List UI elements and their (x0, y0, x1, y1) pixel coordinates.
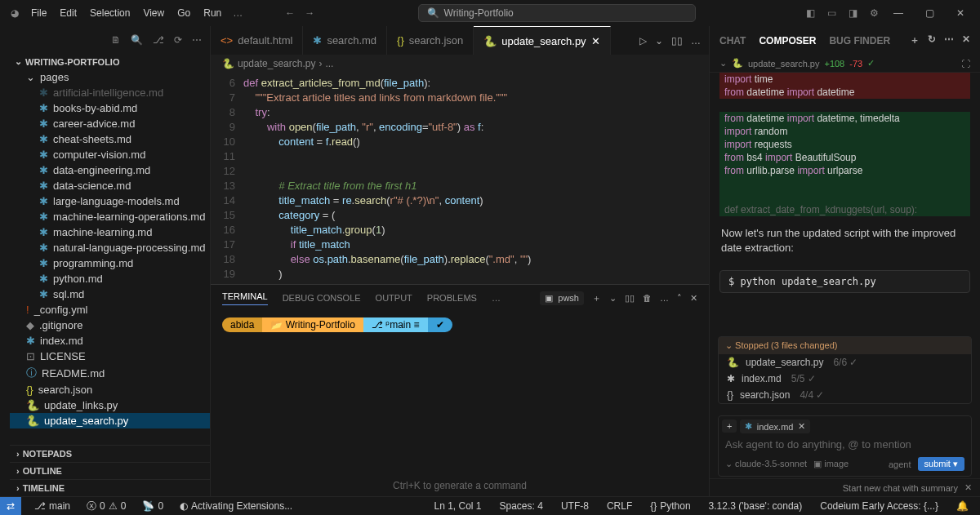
remote-indicator[interactable]: ⇄ (0, 497, 21, 516)
problems-status[interactable]: ⓧ 0 ⚠ 0 (83, 499, 129, 513)
encoding-status[interactable]: UTF-8 (558, 500, 592, 512)
menu-file[interactable]: File (24, 4, 53, 22)
attach-image[interactable]: ▣ image (813, 459, 849, 469)
file-item[interactable]: ✱books-by-abid.md (10, 100, 210, 116)
model-selector[interactable]: ⌄ claude-3.5-sonnet (725, 459, 807, 469)
editor-more-icon[interactable]: … (691, 35, 701, 47)
diff-file-header[interactable]: ⌄ 🐍 update_search.py +108 -73 ✓ ⛶ (710, 55, 980, 73)
overflow-menu-icon[interactable]: … (228, 3, 247, 23)
file-item[interactable]: ✱python.md (10, 271, 210, 286)
git-branch-status[interactable]: ⎇ main (31, 500, 74, 512)
menu-run[interactable]: Run (197, 4, 228, 22)
ai-tab-bug-finder[interactable]: BUG FINDER (829, 35, 890, 47)
changed-file-item[interactable]: {}search.json4/4 ✓ (719, 387, 971, 403)
menu-view[interactable]: View (136, 4, 171, 22)
run-dropdown-icon[interactable]: ⌄ (655, 35, 663, 47)
history-icon[interactable]: ↻ (928, 33, 936, 47)
panel-more-icon[interactable]: … (660, 293, 669, 303)
minimize-button[interactable]: — (884, 2, 913, 24)
file-item[interactable]: !_config.yml (10, 302, 210, 317)
search-sidebar-icon[interactable]: 🔍 (131, 34, 143, 46)
section-notepads[interactable]: › NOTEPADS (10, 445, 210, 462)
nav-back-icon[interactable]: ← (280, 3, 300, 23)
menu-edit[interactable]: Edit (53, 4, 83, 22)
panel-close-icon[interactable]: ✕ (962, 33, 970, 47)
file-item[interactable]: {}search.json (10, 382, 210, 397)
eol-status[interactable]: CRLF (604, 500, 635, 512)
customize-layout-icon[interactable]: ⚙ (864, 3, 884, 23)
split-editor-icon[interactable]: ▯▯ (671, 35, 683, 47)
terminal-dropdown-icon[interactable]: ⌄ (609, 293, 617, 304)
terminal-body[interactable]: abida📂 Writing-Portfolio⎇ ᵖmain ≡✔ (211, 311, 709, 480)
run-command-block[interactable]: $ python update_search.py (719, 270, 970, 293)
folder-pages[interactable]: ⌄ pages (10, 69, 210, 85)
section-outline[interactable]: › OUTLINE (10, 462, 210, 479)
panel-tab-output[interactable]: OUTPUT (376, 293, 412, 303)
code-editor[interactable]: def extract_articles_from_md(file_path):… (243, 73, 709, 284)
layout-panel-left-icon[interactable]: ◧ (800, 3, 820, 23)
refresh-icon[interactable]: ⟳ (174, 34, 182, 46)
split-terminal-icon[interactable]: ▯▯ (625, 293, 635, 304)
file-item[interactable]: ✱artificial-intelligence.md (10, 85, 210, 100)
notifications-icon[interactable]: 🔔 (953, 500, 972, 512)
panel-overflow-icon[interactable]: … (492, 293, 501, 303)
close-tab-icon[interactable]: ✕ (591, 35, 600, 47)
context-chip-file[interactable]: ✱ index.md ✕ (740, 420, 811, 433)
source-control-icon[interactable]: ⎇ (153, 34, 164, 46)
workspace-root[interactable]: ⌄ WRITING-PORTFOLIO (10, 54, 210, 69)
command-center-search[interactable]: 🔍 Writing-Portfolio (418, 4, 696, 22)
close-window-button[interactable]: ✕ (946, 2, 975, 24)
language-mode[interactable]: {} Python (647, 500, 693, 512)
editor-tab[interactable]: 🐍update_search.py✕ (474, 26, 610, 55)
panel-tab-terminal[interactable]: TERMINAL (222, 291, 268, 305)
panel-more-icon[interactable]: ⋯ (944, 33, 954, 47)
more-icon[interactable]: ⋯ (192, 34, 202, 46)
file-item[interactable]: ✱computer-vision.md (10, 147, 210, 162)
terminal-shell-selector[interactable]: ▣ pwsh (540, 291, 584, 305)
nav-forward-icon[interactable]: → (300, 3, 319, 23)
ai-tab-composer[interactable]: COMPOSER (759, 35, 816, 47)
panel-maximize-icon[interactable]: ˄ (677, 293, 682, 304)
section-timeline[interactable]: › TIMELINE (10, 479, 210, 496)
file-item[interactable]: ✱machine-learning-operations.md (10, 209, 210, 224)
new-chat-summary[interactable]: Start new chat with summary (843, 483, 958, 493)
new-chat-icon[interactable]: ＋ (910, 33, 920, 47)
panel-tab-debug-console[interactable]: DEBUG CONSOLE (283, 293, 361, 303)
file-item[interactable]: ✱career-advice.md (10, 116, 210, 131)
menu-selection[interactable]: Selection (83, 4, 136, 22)
file-item[interactable]: ◆.gitignore (10, 317, 210, 333)
ai-tab-chat[interactable]: CHAT (719, 35, 746, 47)
file-item[interactable]: ⓘREADME.md (10, 364, 210, 382)
file-item[interactable]: ✱sql.md (10, 286, 210, 302)
breadcrumb[interactable]: 🐍 update_search.py › ... (211, 55, 709, 73)
panel-close-icon[interactable]: ✕ (690, 293, 697, 304)
maximize-button[interactable]: ▢ (915, 2, 944, 24)
file-item[interactable]: ✱machine-learning.md (10, 224, 210, 240)
file-item[interactable]: ✱natural-language-processing.md (10, 240, 210, 255)
file-item[interactable]: 🐍update_links.py (10, 397, 210, 413)
submit-button[interactable]: submit ▾ (918, 457, 964, 471)
apply-status-header[interactable]: ⌄ Stopped (3 files changed) (719, 337, 971, 354)
file-item[interactable]: ✱programming.md (10, 255, 210, 271)
remove-chip-icon[interactable]: ✕ (798, 421, 805, 432)
cursor-position[interactable]: Ln 1, Col 1 (430, 500, 484, 512)
chat-input-box[interactable]: + ✱ index.md ✕ Ask agent to do anything,… (718, 415, 972, 477)
file-item[interactable]: ✱cheat-sheets.md (10, 131, 210, 147)
layout-panel-right-icon[interactable]: ◨ (843, 3, 862, 23)
mode-selector[interactable]: agent (889, 460, 911, 469)
run-icon[interactable]: ▷ (639, 35, 647, 47)
file-item[interactable]: ✱index.md (10, 333, 210, 349)
layout-panel-bottom-icon[interactable]: ▭ (822, 3, 841, 23)
file-item[interactable]: ⊡LICENSE (10, 349, 210, 364)
file-item[interactable]: ✱data-engineering.md (10, 162, 210, 178)
changed-file-item[interactable]: ✱index.md5/5 ✓ (719, 371, 971, 387)
menu-go[interactable]: Go (171, 4, 197, 22)
kill-terminal-icon[interactable]: 🗑 (643, 293, 652, 303)
file-item[interactable]: 🐍update_search.py (10, 413, 210, 428)
editor-tab[interactable]: <>default.html (211, 26, 303, 55)
changed-file-item[interactable]: 🐍update_search.py6/6 ✓ (719, 354, 971, 371)
file-item[interactable]: ✱data-science.md (10, 178, 210, 193)
new-terminal-icon[interactable]: ＋ (592, 292, 601, 304)
indentation-status[interactable]: Spaces: 4 (497, 500, 546, 512)
codeium-status[interactable]: Codeium Early Access: {...} (817, 500, 942, 512)
